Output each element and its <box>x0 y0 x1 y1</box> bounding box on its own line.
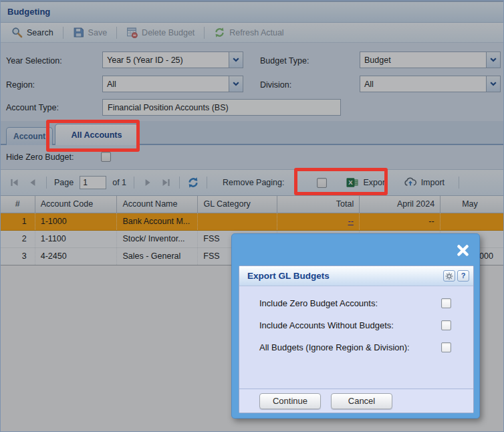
include-zero-budget-checkbox[interactable] <box>441 298 451 308</box>
all-budgets-option: All Budgets (Ignore Region & Division): <box>259 342 451 352</box>
gear-icon[interactable] <box>443 270 455 282</box>
all-budgets-checkbox[interactable] <box>441 342 451 352</box>
include-zero-budget-label: Include Zero Budget Accounts: <box>259 298 378 308</box>
all-budgets-label: All Budgets (Ignore Region & Division): <box>259 342 410 352</box>
dialog-header: Export GL Budgets ? <box>239 266 473 286</box>
include-accounts-without-budgets-label: Include Accounts Without Budgets: <box>259 320 394 330</box>
dialog-panel: Export GL Budgets ? Include Zero Budget … <box>239 265 474 413</box>
include-accounts-without-budgets-checkbox[interactable] <box>441 320 451 330</box>
close-icon[interactable] <box>455 242 471 258</box>
help-icon[interactable]: ? <box>457 270 469 282</box>
annotation-box-all-accounts-tab <box>46 120 140 152</box>
budgeting-app: Budgeting Search Save Delete Budget <box>0 0 504 432</box>
export-gl-budgets-dialog: Export GL Budgets ? Include Zero Budget … <box>231 233 480 419</box>
cancel-button[interactable]: Cancel <box>331 393 392 409</box>
continue-button[interactable]: Continue <box>259 393 321 409</box>
include-zero-budget-option: Include Zero Budget Accounts: <box>259 298 451 308</box>
dialog-title: Export GL Budgets <box>247 271 330 281</box>
annotation-box-export-button <box>294 168 388 195</box>
dialog-tools: ? <box>443 270 469 282</box>
dialog-footer: Continue Cancel <box>239 389 473 413</box>
include-accounts-without-budgets-option: Include Accounts Without Budgets: <box>259 320 451 330</box>
